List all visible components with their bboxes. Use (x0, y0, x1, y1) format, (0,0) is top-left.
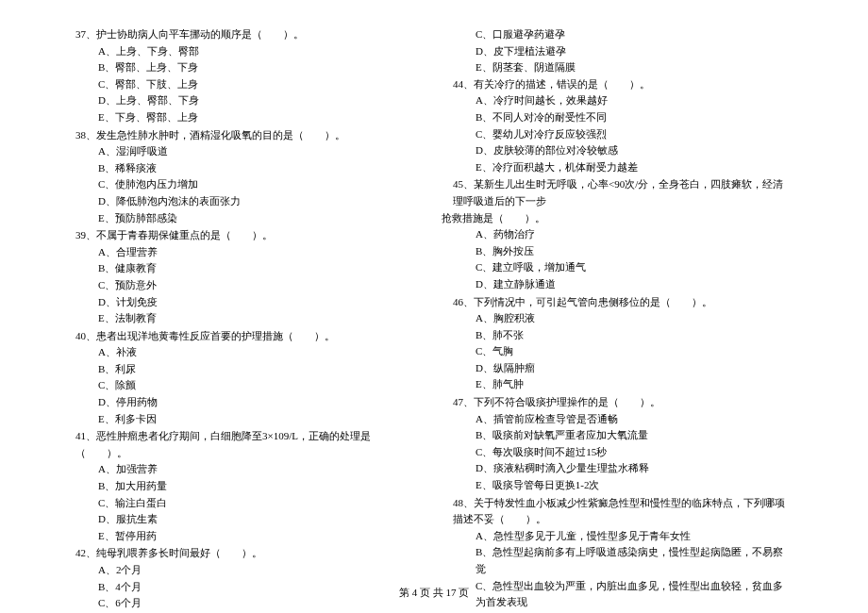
question: 44、有关冷疗的描述，错误的是（ ）。A、冷疗时间越长，效果越好B、不同人对冷的… (453, 76, 793, 176)
question-option: A、2个月 (75, 562, 415, 579)
right-column: C、口服避孕药避孕D、皮下埋植法避孕E、阴茎套、阴道隔膜44、有关冷疗的描述，错… (453, 26, 793, 613)
question-option: E、预防肺部感染 (75, 210, 415, 227)
question-stem: 37、护士协助病人向平车挪动的顺序是（ ）。 (75, 26, 415, 43)
question: 40、患者出现洋地黄毒性反应首要的护理措施（ ）。A、补液B、利尿C、除颤D、停… (75, 328, 415, 428)
question: 38、发生急性肺水肿时，酒精湿化吸氧的目的是（ ）。A、湿润呼吸道B、稀释痰液C… (75, 127, 415, 227)
question-option: E、下身、臀部、上身 (75, 109, 415, 126)
question-option: B、健康教育 (75, 260, 415, 277)
question: 46、下列情况中，可引起气管向患侧移位的是（ ）。A、胸腔积液B、肺不张C、气胸… (453, 294, 793, 394)
question-option: E、利多卡因 (75, 411, 415, 428)
question-option: A、湿润呼吸道 (75, 143, 415, 160)
question-option: A、合理营养 (75, 244, 415, 261)
question-option: A、药物治疗 (453, 226, 793, 243)
question: 47、下列不符合吸痰护理操作的是（ ）。A、插管前应检查导管是否通畅B、吸痰前对… (453, 394, 793, 494)
question-option: A、上身、下身、臀部 (75, 43, 415, 60)
question-stem: 38、发生急性肺水肿时，酒精湿化吸氧的目的是（ ）。 (75, 127, 415, 144)
question-option: C、口服避孕药避孕 (453, 26, 793, 43)
question-stem-cont: 抢救措施是（ ）。 (442, 210, 793, 227)
question-stem: 42、纯母乳喂养多长时间最好（ ）。 (75, 545, 415, 562)
question-option: B、吸痰前对缺氧严重者应加大氧流量 (453, 427, 793, 444)
question-option: B、急性型起病前多有上呼吸道感染病史，慢性型起病隐匿，不易察觉 (453, 544, 793, 577)
question: 37、护士协助病人向平车挪动的顺序是（ ）。A、上身、下身、臀部B、臀部、上身、… (75, 26, 415, 126)
question-option: D、皮肤较薄的部位对冷较敏感 (453, 142, 793, 159)
question-option: B、不同人对冷的耐受性不同 (453, 109, 793, 126)
question: 39、不属于青春期保健重点的是（ ）。A、合理营养B、健康教育C、预防意外D、计… (75, 227, 415, 327)
question-option: D、纵隔肿瘤 (453, 360, 793, 377)
question-stem: 48、关于特发性血小板减少性紫癜急性型和慢性型的临床特点，下列哪项描述不妥（ ）… (453, 495, 793, 528)
question: 42、纯母乳喂养多长时间最好（ ）。A、2个月B、4个月C、6个月D、9个月E、… (75, 545, 415, 613)
question-option: D、停用药物 (75, 394, 415, 411)
question-option: B、加大用药量 (75, 478, 415, 495)
question-option: C、建立呼吸，增加通气 (453, 259, 793, 276)
page-content: 37、护士协助病人向平车挪动的顺序是（ ）。A、上身、下身、臀部B、臀部、上身、… (0, 0, 868, 613)
question-option: A、补液 (75, 344, 415, 361)
question-option: D、痰液粘稠时滴入少量生理盐水稀释 (453, 460, 793, 477)
question-option: D、皮下埋植法避孕 (453, 43, 793, 60)
question-option: D、上身、臀部、下身 (75, 92, 415, 109)
question-stem: 47、下列不符合吸痰护理操作的是（ ）。 (453, 394, 793, 411)
question-option: E、吸痰导管每日更换1-2次 (453, 477, 793, 494)
question-stem: 39、不属于青春期保健重点的是（ ）。 (75, 227, 415, 244)
question-stem: 41、恶性肿瘤患者化疗期间，白细胞降至3×109/L，正确的处理是（ ）。 (75, 428, 415, 461)
question-stem: 40、患者出现洋地黄毒性反应首要的护理措施（ ）。 (75, 328, 415, 345)
question-option: A、急性型多见于儿童，慢性型多见于青年女性 (453, 528, 793, 545)
question-option: C、除颤 (75, 377, 415, 394)
question-option: D、建立静脉通道 (453, 276, 793, 293)
question-option: B、胸外按压 (453, 243, 793, 260)
question-stem: 46、下列情况中，可引起气管向患侧移位的是（ ）。 (453, 294, 793, 311)
left-column: 37、护士协助病人向平车挪动的顺序是（ ）。A、上身、下身、臀部B、臀部、上身、… (75, 26, 415, 613)
question-stem: 45、某新生儿出生时无呼吸，心率<90次/分，全身苍白，四肢瘫软，经清理呼吸道后… (453, 176, 793, 209)
page-footer: 第 4 页 共 17 页 (0, 585, 868, 602)
question-option: C、臀部、下肢、上身 (75, 76, 415, 93)
question-option: B、臀部、上身、下身 (75, 59, 415, 76)
question-option: A、冷疗时间越长，效果越好 (453, 92, 793, 109)
question-option: D、降低肺泡内泡沫的表面张力 (75, 193, 415, 210)
question-option: C、婴幼儿对冷疗反应较强烈 (453, 126, 793, 143)
question-option: D、服抗生素 (75, 511, 415, 528)
question-option: B、稀释痰液 (75, 160, 415, 177)
question-option: C、使肺泡内压力增加 (75, 176, 415, 193)
question: 45、某新生儿出生时无呼吸，心率<90次/分，全身苍白，四肢瘫软，经清理呼吸道后… (453, 176, 793, 292)
question-option: C、输注白蛋白 (75, 495, 415, 512)
question-stem: 44、有关冷疗的描述，错误的是（ ）。 (453, 76, 793, 93)
question-option: E、暂停用药 (75, 528, 415, 545)
question-option: A、加强营养 (75, 461, 415, 478)
question-option: C、预防意外 (75, 277, 415, 294)
question-option: A、胸腔积液 (453, 310, 793, 327)
question-option: A、插管前应检查导管是否通畅 (453, 411, 793, 428)
question-option: C、每次吸痰时间不超过15秒 (453, 444, 793, 461)
question-option: E、阴茎套、阴道隔膜 (453, 59, 793, 76)
question-option: E、法制教育 (75, 310, 415, 327)
question-option: B、利尿 (75, 361, 415, 378)
question: 41、恶性肿瘤患者化疗期间，白细胞降至3×109/L，正确的处理是（ ）。A、加… (75, 428, 415, 544)
question-option: E、肺气肿 (453, 376, 793, 393)
question-option: E、冷疗面积越大，机体耐受力越差 (453, 159, 793, 176)
question-option: B、肺不张 (453, 327, 793, 344)
question-option: C、气胸 (453, 343, 793, 360)
question-option: D、计划免疫 (75, 294, 415, 311)
